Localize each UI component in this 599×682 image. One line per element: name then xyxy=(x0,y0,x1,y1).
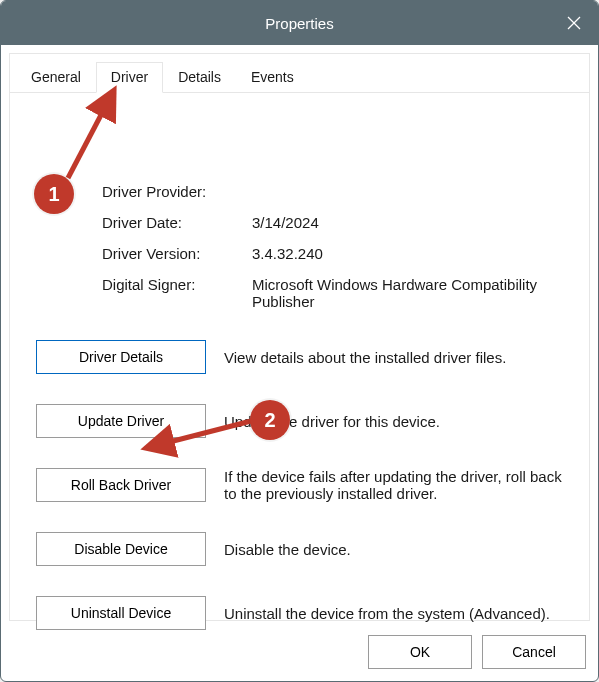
roll-back-driver-button[interactable]: Roll Back Driver xyxy=(36,468,206,502)
driver-date-value: 3/14/2024 xyxy=(252,214,567,231)
dialog-footer: OK Cancel xyxy=(368,635,586,669)
driver-date-label: Driver Date: xyxy=(102,214,242,231)
driver-provider-label: Driver Provider: xyxy=(102,183,242,200)
tab-events[interactable]: Events xyxy=(236,62,309,93)
tab-driver[interactable]: Driver xyxy=(96,62,163,93)
dialog-body: General Driver Details Events Driver Pro… xyxy=(9,53,590,621)
close-icon xyxy=(567,16,581,30)
driver-details-button[interactable]: Driver Details xyxy=(36,340,206,374)
tab-strip: General Driver Details Events xyxy=(10,54,589,93)
annotation-badge-1: 1 xyxy=(34,174,74,214)
roll-back-driver-desc: If the device fails after updating the d… xyxy=(224,468,567,502)
annotation-badge-2: 2 xyxy=(250,400,290,440)
cancel-button[interactable]: Cancel xyxy=(482,635,586,669)
properties-dialog: Properties General Driver Details Events… xyxy=(0,0,599,682)
digital-signer-value: Microsoft Windows Hardware Compatibility… xyxy=(252,276,567,310)
disable-device-desc: Disable the device. xyxy=(224,541,567,558)
driver-actions: Driver Details View details about the in… xyxy=(32,340,567,630)
uninstall-device-button[interactable]: Uninstall Device xyxy=(36,596,206,630)
disable-device-button[interactable]: Disable Device xyxy=(36,532,206,566)
update-driver-button[interactable]: Update Driver xyxy=(36,404,206,438)
driver-info-grid: Driver Provider: Driver Date: 3/14/2024 … xyxy=(32,183,567,310)
uninstall-device-desc: Uninstall the device from the system (Ad… xyxy=(224,605,567,622)
tab-content-driver: Driver Provider: Driver Date: 3/14/2024 … xyxy=(10,93,589,642)
tab-details[interactable]: Details xyxy=(163,62,236,93)
ok-button[interactable]: OK xyxy=(368,635,472,669)
close-button[interactable] xyxy=(550,1,598,45)
digital-signer-label: Digital Signer: xyxy=(102,276,242,310)
tab-general[interactable]: General xyxy=(16,62,96,93)
driver-details-desc: View details about the installed driver … xyxy=(224,349,567,366)
driver-version-value: 3.4.32.240 xyxy=(252,245,567,262)
titlebar: Properties xyxy=(1,1,598,45)
window-title: Properties xyxy=(265,15,333,32)
driver-version-label: Driver Version: xyxy=(102,245,242,262)
driver-provider-value xyxy=(252,183,567,200)
